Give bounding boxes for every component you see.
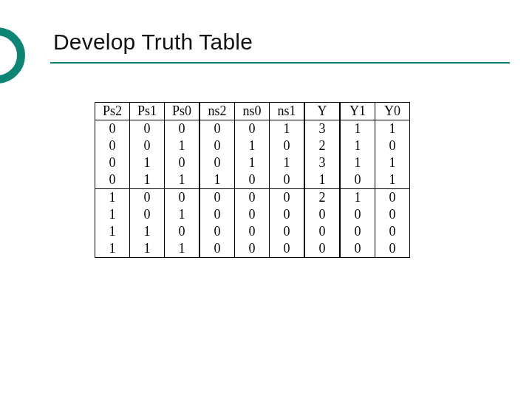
table-row: 0 0 1 0 1 0 2 1 0	[95, 137, 410, 154]
slide-title: Develop Truth Table	[53, 30, 253, 55]
cell: 0	[130, 120, 165, 138]
cell: 3	[304, 120, 340, 138]
table-row: 0 0 0 0 0 1 3 1 1	[95, 120, 410, 138]
cell: 0	[304, 206, 340, 223]
cell: 0	[235, 189, 270, 207]
col-header: Ps1	[130, 103, 165, 120]
cell: 1	[270, 154, 305, 171]
cell: 0	[375, 223, 410, 240]
cell: 0	[270, 189, 305, 207]
table-row: 1 1 0 0 0 0 0 0 0	[95, 223, 410, 240]
cell: 0	[130, 189, 165, 207]
table-header-row: Ps2 Ps1 Ps0 ns2 ns0 ns1 Y Y1 Y0	[95, 103, 410, 120]
col-header: Y1	[340, 103, 375, 120]
cell: 1	[270, 120, 305, 138]
cell: 0	[165, 154, 200, 171]
cell: 1	[165, 206, 200, 223]
cell: 0	[130, 206, 165, 223]
cell: 1	[375, 171, 410, 189]
col-header: ns1	[270, 103, 305, 120]
truth-table: Ps2 Ps1 Ps0 ns2 ns0 ns1 Y Y1 Y0 0 0 0 0	[95, 102, 410, 258]
cell: 1	[130, 223, 165, 240]
cell: 0	[270, 223, 305, 240]
cell: 1	[95, 206, 130, 223]
cell: 0	[200, 223, 235, 240]
cell: 0	[270, 171, 305, 189]
cell: 0	[200, 120, 235, 138]
cell: 1	[165, 171, 200, 189]
table-row: 1 0 0 0 0 0 2 1 0	[95, 189, 410, 207]
cell: 1	[130, 154, 165, 171]
cell: 1	[340, 137, 375, 154]
cell: 2	[304, 189, 340, 207]
title-underline	[50, 62, 510, 64]
cell: 0	[270, 137, 305, 154]
truth-table-container: Ps2 Ps1 Ps0 ns2 ns0 ns1 Y Y1 Y0 0 0 0 0	[95, 102, 410, 258]
cell: 0	[165, 120, 200, 138]
cell: 0	[200, 137, 235, 154]
cell: 1	[340, 189, 375, 207]
cell: 0	[200, 240, 235, 258]
cell: 1	[340, 154, 375, 171]
cell: 1	[375, 154, 410, 171]
cell: 0	[95, 137, 130, 154]
table-row: 1 1 1 0 0 0 0 0 0	[95, 240, 410, 258]
cell: 0	[165, 223, 200, 240]
cell: 0	[235, 206, 270, 223]
cell: 1	[200, 171, 235, 189]
cell: 1	[95, 240, 130, 258]
cell: 1	[304, 171, 340, 189]
cell: 0	[235, 240, 270, 258]
cell: 0	[95, 120, 130, 138]
cell: 1	[95, 189, 130, 207]
cell: 1	[340, 120, 375, 138]
decorative-ring	[0, 27, 25, 83]
cell: 1	[165, 137, 200, 154]
cell: 0	[375, 189, 410, 207]
cell: 1	[165, 240, 200, 258]
cell: 1	[130, 171, 165, 189]
cell: 0	[340, 171, 375, 189]
cell: 0	[270, 206, 305, 223]
cell: 0	[375, 206, 410, 223]
cell: 0	[340, 206, 375, 223]
cell: 0	[200, 189, 235, 207]
cell: 1	[130, 240, 165, 258]
col-header: Y0	[375, 103, 410, 120]
cell: 0	[304, 223, 340, 240]
cell: 0	[165, 189, 200, 207]
cell: 1	[375, 120, 410, 138]
cell: 1	[235, 154, 270, 171]
cell: 0	[95, 171, 130, 189]
cell: 0	[235, 120, 270, 138]
cell: 0	[375, 240, 410, 258]
cell: 0	[200, 206, 235, 223]
cell: 3	[304, 154, 340, 171]
col-header: Y	[304, 103, 340, 120]
col-header: ns0	[235, 103, 270, 120]
cell: 0	[304, 240, 340, 258]
cell: 0	[270, 240, 305, 258]
cell: 0	[130, 137, 165, 154]
table-row: 0 1 0 0 1 1 3 1 1	[95, 154, 410, 171]
cell: 0	[235, 223, 270, 240]
col-header: Ps2	[95, 103, 130, 120]
cell: 0	[375, 137, 410, 154]
cell: 0	[235, 171, 270, 189]
table-row: 1 0 1 0 0 0 0 0 0	[95, 206, 410, 223]
cell: 0	[340, 223, 375, 240]
cell: 1	[235, 137, 270, 154]
table-row: 0 1 1 1 0 0 1 0 1	[95, 171, 410, 189]
cell: 1	[95, 223, 130, 240]
cell: 0	[340, 240, 375, 258]
col-header: Ps0	[165, 103, 200, 120]
col-header: ns2	[200, 103, 235, 120]
cell: 0	[95, 154, 130, 171]
cell: 0	[200, 154, 235, 171]
cell: 2	[304, 137, 340, 154]
